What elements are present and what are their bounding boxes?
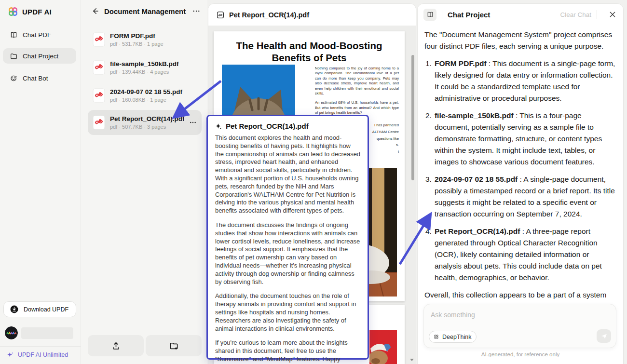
sparkle-icon bbox=[7, 351, 14, 358]
chat-title: Chat Project bbox=[448, 11, 560, 19]
file-item-file-sample[interactable]: file-sample_150kB.pdf pdf · 139.44KB · 4… bbox=[88, 55, 202, 80]
deepthink-toggle[interactable]: DeepThink bbox=[429, 331, 477, 343]
popup-header: Pet Report_OCR(14).pdf bbox=[215, 122, 361, 130]
app-title: UPDF AI bbox=[22, 8, 52, 16]
pdf-scrollbar-track bbox=[411, 50, 414, 364]
download-icon bbox=[10, 305, 19, 314]
more-icon[interactable] bbox=[192, 7, 201, 15]
file-ref: Pet Report_OCR(14).pdf bbox=[435, 227, 520, 235]
popup-paragraph: This document explores the health and mo… bbox=[215, 134, 361, 215]
dog-hat-photo bbox=[369, 330, 397, 364]
send-icon bbox=[600, 333, 608, 340]
ai-disclaimer: AI-generated, for reference only bbox=[418, 351, 623, 357]
sidebar-item-label: Chat Bot bbox=[23, 75, 48, 82]
document-body-text: Nothing compares to the joy of coming ho… bbox=[315, 66, 399, 116]
folder-plus-icon bbox=[169, 341, 179, 351]
chat-list-item: 3. 2024-09-07 02 18 55.pdf : A single-pa… bbox=[424, 174, 617, 220]
sidebar-item-label: Chat Project bbox=[23, 53, 58, 60]
popup-paragraph: The document discusses the findings of o… bbox=[215, 221, 361, 286]
atom-icon bbox=[433, 334, 439, 340]
file-meta: pdf · 507.7KB · 3 pages bbox=[110, 124, 184, 130]
updf-logo-icon bbox=[8, 6, 18, 17]
file-ref: 2024-09-07 02 18 55.pdf bbox=[435, 175, 518, 183]
chat-input-card: DeepThink bbox=[423, 304, 616, 348]
pdf-title: Pet Report_OCR(14).pdf bbox=[229, 11, 309, 19]
header-divider bbox=[442, 10, 442, 19]
upload-file-button[interactable] bbox=[88, 335, 144, 356]
chat-panel: Chat Project Clear Chat The "Document Ma… bbox=[418, 4, 623, 364]
pdf-scrollbar[interactable] bbox=[411, 55, 414, 180]
popup-paragraph: Additionally, the document touches on th… bbox=[215, 292, 361, 333]
document-text-fragments: I has partnered ALTHAM Centre questions … bbox=[369, 122, 399, 155]
file-name: FORM PDF.pdf bbox=[110, 32, 197, 40]
send-button[interactable] bbox=[597, 329, 611, 343]
file-meta: pdf · 160.08KB · 1 page bbox=[110, 97, 197, 103]
sidebar-item-label: Chat PDF bbox=[23, 31, 51, 39]
book-icon bbox=[426, 11, 434, 18]
chat-outro: Overall, this collection appears to be a… bbox=[424, 289, 617, 304]
upgrade-link[interactable]: UPDF AI Unlimited bbox=[7, 351, 68, 358]
pdf-viewer-header: Pet Report_OCR(14).pdf bbox=[208, 4, 416, 26]
book-icon bbox=[10, 31, 18, 39]
username-redacted bbox=[21, 327, 73, 339]
ai-summary-popup: Pet Report_OCR(14).pdf This document exp… bbox=[206, 115, 369, 360]
chat-list-item: 2. file-sample_150kB.pdf : This is a fou… bbox=[424, 110, 617, 168]
upgrade-label: UPDF AI Unlimited bbox=[18, 351, 68, 358]
document-title: The Health and Mood-Boosting Benefits of… bbox=[214, 40, 405, 64]
project-header: Document Management Sy... bbox=[91, 7, 201, 15]
chat-intro: The "Document Management System" project… bbox=[424, 29, 617, 52]
file-meta: pdf · 531.7KB · 1 page bbox=[110, 41, 197, 47]
file-ref: FORM PDF.pdf bbox=[435, 59, 487, 67]
file-item-pet-report[interactable]: Pet Report_OCR(14).pdf pdf · 507.7KB · 3… bbox=[88, 110, 202, 135]
chat-header: Chat Project Clear Chat bbox=[418, 4, 623, 25]
pdf-file-icon bbox=[93, 60, 105, 75]
back-icon[interactable] bbox=[91, 7, 99, 15]
file-name: 2024-09-07 02 18 55.pdf bbox=[110, 88, 197, 95]
sidebar: UPDF AI Chat PDF Chat Project Chat Bot D… bbox=[0, 0, 81, 364]
popup-title: Pet Report_OCR(14).pdf bbox=[226, 122, 309, 130]
header-divider bbox=[597, 10, 597, 19]
sidebar-divider bbox=[0, 346, 81, 347]
file-name: file-sample_150kB.pdf bbox=[110, 60, 197, 67]
avatar bbox=[5, 326, 18, 339]
pdf-doc-icon bbox=[216, 11, 225, 19]
file-name: Pet Report_OCR(14).pdf bbox=[110, 115, 184, 122]
chat-list-item: 1. FORM PDF.pdf : This document is a sin… bbox=[424, 58, 617, 104]
file-meta: pdf · 139.44KB · 4 pages bbox=[110, 69, 197, 75]
project-file-panel: Document Management Sy... FORM PDF.pdf p… bbox=[81, 0, 207, 364]
upload-icon bbox=[111, 341, 121, 351]
download-updf-button[interactable]: Download UPDF bbox=[3, 301, 76, 317]
chat-bot-icon bbox=[10, 74, 18, 82]
account-row[interactable] bbox=[5, 326, 73, 339]
chat-message: The "Document Management System" project… bbox=[424, 29, 617, 304]
file-item-2024-09-07[interactable]: 2024-09-07 02 18 55.pdf pdf · 160.08KB ·… bbox=[88, 83, 202, 108]
updf-ai-app: UPDF AI Chat PDF Chat Project Chat Bot D… bbox=[0, 0, 627, 364]
pdf-file-icon bbox=[93, 88, 105, 103]
file-ref: file-sample_150kB.pdf bbox=[435, 111, 514, 120]
sidebar-item-chat-project[interactable]: Chat Project bbox=[3, 48, 76, 64]
file-item-form-pdf[interactable]: FORM PDF.pdf pdf · 531.7KB · 1 page bbox=[88, 27, 202, 52]
project-title: Document Management Sy... bbox=[104, 7, 187, 15]
ai-sparkle-icon bbox=[215, 123, 222, 130]
popup-paragraph: If you're curious to learn more about th… bbox=[215, 339, 361, 364]
close-icon[interactable] bbox=[609, 11, 616, 18]
folder-icon bbox=[10, 52, 18, 60]
file-more-icon[interactable] bbox=[189, 119, 197, 126]
download-updf-label: Download UPDF bbox=[24, 306, 68, 313]
chat-input[interactable] bbox=[431, 311, 604, 319]
toggle-reader-button[interactable] bbox=[423, 9, 436, 21]
chat-list-item: 4. Pet Report_OCR(14).pdf : A three-page… bbox=[424, 226, 617, 283]
scroll-down-icon[interactable] bbox=[410, 359, 414, 361]
add-folder-button[interactable] bbox=[146, 335, 202, 356]
pdf-file-icon bbox=[93, 115, 105, 130]
sidebar-item-chat-pdf[interactable]: Chat PDF bbox=[3, 27, 76, 42]
app-logo: UPDF AI bbox=[8, 6, 52, 17]
pdf-file-icon bbox=[93, 32, 105, 47]
clear-chat-button[interactable]: Clear Chat bbox=[560, 11, 591, 18]
sidebar-item-chat-bot[interactable]: Chat Bot bbox=[3, 70, 76, 86]
deepthink-label: DeepThink bbox=[442, 334, 471, 340]
